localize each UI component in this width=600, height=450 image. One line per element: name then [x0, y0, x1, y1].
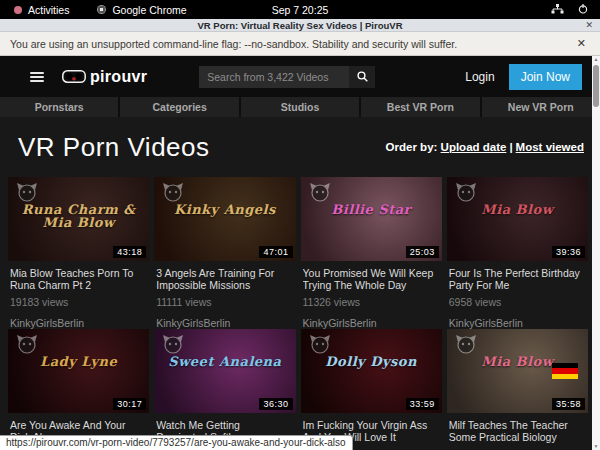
thumbnail-performer-name: Kinky Angels [154, 203, 295, 216]
video-thumbnail[interactable]: Lady Lyne 30:17 [8, 329, 149, 413]
thumbnail-performer-name: Mia Blow [447, 203, 588, 216]
video-card: Runa Charm & Mia Blow 43:18 Mia Blow Tea… [8, 177, 149, 329]
duration-badge: 33:59 [406, 398, 439, 410]
video-title-link[interactable]: 3 Angels Are Training For Impossible Mis… [156, 267, 293, 291]
video-thumbnail[interactable]: Mia Blow 39:36 [447, 177, 588, 261]
os-taskbar: Sep 7 20:25 Activities Google Chrome [0, 0, 600, 19]
video-title-link[interactable]: Mia Blow Teaches Porn To Runa Charm Pt 2 [10, 267, 147, 291]
video-card: Mia Blow 35:58 Milf Teaches The Teacher … [447, 329, 588, 450]
video-card: Kinky Angels 47:01 3 Angels Are Training… [154, 177, 295, 329]
duration-badge: 36:30 [259, 398, 292, 410]
duration-badge: 25:03 [406, 246, 439, 258]
tab-close-icon[interactable]: ✕ [585, 21, 593, 30]
nav-item-new-vr[interactable]: New VR Porn [482, 97, 600, 117]
video-title-link[interactable]: Four Is The Perfect Birthday Party For M… [449, 267, 586, 291]
german-flag-icon [552, 363, 578, 379]
sort-most-viewed-link[interactable]: Most viewed [516, 141, 584, 153]
scrollbar-down-icon[interactable]: ▼ [594, 443, 599, 450]
nav-item-pornstars[interactable]: Pornstars [0, 97, 118, 117]
browser-tab-title[interactable]: VR Porn: Virtual Reality Sex Videos | Pi… [0, 20, 600, 31]
sort-upload-date-link[interactable]: Upload date [441, 141, 507, 153]
duration-badge: 39:36 [552, 246, 585, 258]
thumbnail-performer-name: Sweet Analena [154, 355, 295, 368]
video-thumbnail[interactable]: Runa Charm & Mia Blow 43:18 [8, 177, 149, 261]
site-logo[interactable]: pirouvr [62, 68, 147, 86]
browser-tab-strip: VR Porn: Virtual Reality Sex Videos | Pi… [0, 19, 600, 32]
order-by-label: Order by: [386, 141, 438, 153]
vr-goggles-icon [62, 70, 86, 83]
status-url-bubble: https://pirouvr.com/vr-porn-video/779325… [0, 435, 353, 450]
main-nav: Pornstars Categories Studios Best VR Por… [0, 97, 600, 117]
video-card: Mia Blow 39:36 Four Is The Perfect Birth… [447, 177, 588, 329]
video-thumbnail[interactable]: Sweet Analena 36:30 [154, 329, 295, 413]
video-views: 11326 views [303, 296, 440, 308]
studio-cat-watermark-icon [309, 334, 331, 354]
video-studio-link[interactable]: KinkyGirlsBerlin [156, 317, 293, 329]
studio-cat-watermark-icon [309, 182, 331, 202]
page-scrollbar[interactable]: ▲ ▼ [592, 56, 600, 450]
video-views: 19183 views [10, 296, 147, 308]
duration-badge: 43:18 [113, 246, 146, 258]
studio-cat-watermark-icon [16, 182, 38, 202]
thumbnail-performer-name: Dolly Dyson [301, 355, 442, 368]
chrome-warning-bar: You are using an unsupported command-lin… [0, 32, 600, 56]
video-thumbnail[interactable]: Dolly Dyson 33:59 [301, 329, 442, 413]
video-card: Lady Lyne 30:17 Are You Awake And Your D… [8, 329, 149, 450]
studio-cat-watermark-icon [455, 334, 477, 354]
site-header: pirouvr Login Join Now [0, 56, 600, 97]
video-thumbnail[interactable]: Mia Blow 35:58 [447, 329, 588, 413]
nav-item-best-vr[interactable]: Best VR Porn [361, 97, 479, 117]
scrollbar-up-icon[interactable]: ▲ [594, 56, 599, 63]
page-title: VR Porn Videos [18, 132, 210, 163]
video-card: Sweet Analena 36:30 Watch Me Getting Dom… [154, 329, 295, 450]
order-by: Order by: Upload date|Most viewed [386, 141, 584, 153]
thumbnail-performer-name: Lady Lyne [8, 355, 149, 368]
video-card: Billie Star 25:03 You Promised We Will K… [301, 177, 442, 329]
join-now-button[interactable]: Join Now [509, 64, 582, 90]
video-thumbnail[interactable]: Billie Star 25:03 [301, 177, 442, 261]
thumbnail-performer-name: Billie Star [301, 203, 442, 216]
studio-cat-watermark-icon [455, 182, 477, 202]
video-studio-link[interactable]: KinkyGirlsBerlin [449, 317, 586, 329]
web-viewport: pirouvr Login Join Now Pornstars Categor… [0, 56, 600, 450]
network-icon[interactable] [551, 4, 564, 16]
video-title-link[interactable]: Milf Teaches The Teacher Some Practical … [449, 419, 586, 443]
duration-badge: 30:17 [113, 398, 146, 410]
login-link[interactable]: Login [465, 70, 494, 84]
thumbnail-performer-name: Runa Charm & Mia Blow [8, 203, 149, 229]
warning-text: You are using an unsupported command-lin… [10, 38, 457, 50]
scrollbar-thumb[interactable] [593, 65, 599, 107]
duration-badge: 35:58 [552, 398, 585, 410]
studio-cat-watermark-icon [162, 334, 184, 354]
video-studio-link[interactable]: KinkyGirlsBerlin [303, 317, 440, 329]
site-logo-text: pirouvr [90, 68, 147, 86]
search-button[interactable] [349, 66, 375, 88]
video-thumbnail[interactable]: Kinky Angels 47:01 [154, 177, 295, 261]
video-card: Dolly Dyson 33:59 Im Fucking Your Virgin… [301, 329, 442, 450]
video-title-link[interactable]: You Promised We Will Keep Trying The Who… [303, 267, 440, 291]
video-views: 6958 views [449, 296, 586, 308]
search-icon [357, 71, 368, 82]
studio-cat-watermark-icon [16, 334, 38, 354]
video-views: 11111 views [156, 296, 293, 308]
menu-hamburger-icon[interactable] [30, 72, 44, 82]
taskbar-clock: Sep 7 20:25 [0, 4, 600, 16]
video-grid: Runa Charm & Mia Blow 43:18 Mia Blow Tea… [8, 177, 588, 450]
search-input[interactable] [199, 66, 349, 88]
power-icon[interactable] [578, 4, 588, 16]
search-bar [199, 66, 375, 88]
duration-badge: 47:01 [259, 246, 292, 258]
warning-close-icon[interactable]: ✕ [577, 37, 590, 50]
nav-item-categories[interactable]: Categories [120, 97, 238, 117]
video-studio-link[interactable]: KinkyGirlsBerlin [10, 317, 147, 329]
nav-item-studios[interactable]: Studios [241, 97, 359, 117]
studio-cat-watermark-icon [162, 182, 184, 202]
